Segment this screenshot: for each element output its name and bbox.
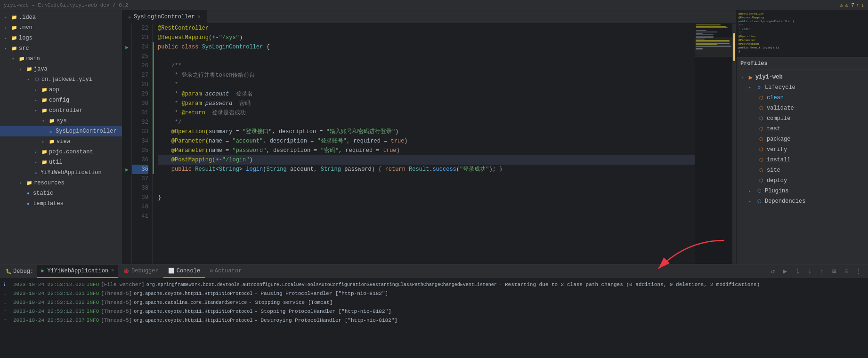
sidebar-item-static[interactable]: ● static [0, 188, 122, 199]
maven-item-clean[interactable]: ⬡ clean [737, 93, 868, 103]
close-icon[interactable]: × [198, 15, 201, 20]
code-text: account [205, 89, 229, 99]
minimap-line [696, 33, 703, 34]
debug-app-tab[interactable]: ▶ YiYiWebApplication × [37, 265, 118, 278]
sidebar-item-label: config [49, 97, 69, 103]
maven-item-install[interactable]: ⬡ install [737, 155, 868, 165]
maven-item-label: verify [767, 146, 787, 153]
plugins-label: Plugins [765, 188, 788, 194]
maven-dependencies-header[interactable]: ⬡ Dependencies [737, 196, 868, 207]
sidebar-item-main[interactable]: 📁 main [0, 54, 122, 64]
sidebar-item-aop[interactable]: 📁 aop [0, 85, 122, 95]
maven-lifecycle-header[interactable]: ⚙ Lifecycle [737, 82, 868, 93]
evaluate-btn[interactable]: ≡ [841, 266, 852, 277]
maven-item-package[interactable]: ⬡ package [737, 134, 868, 144]
annotation-text: @Parameter( [158, 136, 209, 146]
maven-item-verify[interactable]: ⬡ verify [737, 144, 868, 155]
code-line-37: public Result<String> login(String accou… [158, 165, 695, 174]
chevron-icon [32, 148, 40, 156]
down-arrow-btn[interactable]: ↓ [861, 2, 864, 8]
sidebar-item-controller[interactable]: 📁 controller [0, 105, 122, 116]
maven-item-compile[interactable]: ⬡ compile [737, 113, 868, 124]
sidebar-item-view[interactable]: 📁 view [0, 136, 122, 147]
resume-btn[interactable]: ▶ [779, 266, 791, 277]
up-arrow-btn[interactable]: ↑ [856, 2, 860, 8]
code-line-39 [158, 183, 695, 193]
code-text: = [222, 146, 233, 155]
sidebar-item-cnjackwei[interactable]: ⬡ cn.jackwei.yiyi [0, 74, 122, 85]
step-into-btn[interactable]: ↓ [804, 266, 815, 277]
folder-icon: 📁 [25, 179, 33, 187]
maven-item-validate[interactable]: ⬡ validate [737, 103, 868, 113]
maven-project-header[interactable]: ▶ yiyi-web [737, 72, 868, 82]
sidebar-item-src[interactable]: 📁 src [0, 43, 122, 54]
preview-content: @RestController @RequestMapping public c… [737, 10, 868, 57]
maven-item-label: site [767, 167, 780, 174]
code-editor[interactable]: @RestController @RequestMapping(☀-"/sys"… [154, 24, 695, 264]
annotation-text: @RestController [158, 24, 209, 33]
code-line-27: * 登录之行并将token传给前台 [158, 71, 695, 80]
maven-plugins-header[interactable]: ⬡ Plugins [737, 186, 868, 196]
sidebar-item-sys[interactable]: 📁 sys [0, 116, 122, 126]
sidebar-item-resources[interactable]: 📁 resources [0, 178, 122, 188]
run-to-cursor-btn[interactable]: ⊞ [828, 266, 840, 277]
code-text: ) [249, 155, 252, 165]
scroll-thumb[interactable] [733, 33, 735, 61]
java-file-icon: ☕ [32, 169, 40, 176]
sidebar-item-yiyiwebapp[interactable]: ☕ YiYiWebApplication [0, 167, 122, 178]
tab-actuator[interactable]: ⚙ Actuator [205, 265, 246, 278]
code-line-28: * [158, 80, 695, 89]
step-out-btn[interactable]: ↑ [816, 266, 827, 277]
maven-goal-icon: ⬡ [757, 146, 765, 153]
maven-project-icon: ▶ [747, 73, 754, 81]
sidebar-item-label: static [33, 190, 53, 197]
sidebar-item-idea[interactable]: 📁 .idea [0, 12, 122, 23]
chevron-icon [746, 84, 754, 91]
log-class: org.apache.coyote.http11.Http11NioProtoc… [134, 289, 252, 298]
folder-icon: 📁 [10, 14, 18, 21]
maven-item-label: compile [767, 115, 790, 122]
log-level: INFO [87, 298, 99, 307]
sidebar-item-label: templates [33, 200, 64, 207]
java-icon: ☕ [128, 14, 131, 20]
console-output[interactable]: ℹ ↓ ↓ ↑ ↑ 2023-10-24 22:53:12.020 INFO [… [0, 278, 868, 358]
sidebar-item-util[interactable]: 📁 util [0, 157, 122, 167]
tab-debugger[interactable]: 🐞 Debugger [118, 265, 163, 278]
sidebar-item-logs[interactable]: 📁 logs [0, 33, 122, 43]
console-icon: ⬜ [168, 268, 175, 274]
sidebar-item-templates[interactable]: ● templates [0, 199, 122, 209]
sidebar-item-pojo[interactable]: 📁 pojo.constant [0, 147, 122, 157]
step-over-btn[interactable]: ⤵ [792, 266, 803, 277]
scroll-marker[interactable] [732, 24, 736, 264]
maven-item-deploy[interactable]: ⬡ deploy [737, 175, 868, 186]
close-icon[interactable]: × [111, 268, 114, 273]
sidebar-item-label: view [57, 138, 70, 145]
file-tree-sidebar[interactable]: 📁 .idea 📁 .mvn 📁 logs 📁 src 📁 main [0, 10, 122, 264]
maven-goal-icon: ⬡ [757, 94, 765, 102]
code-line-29: * @param account 登录名 [158, 89, 695, 99]
sidebar-item-label: .idea [19, 14, 36, 21]
tab-console[interactable]: ⬜ Console [163, 265, 205, 278]
maven-item-site[interactable]: ⬡ site [737, 165, 868, 175]
maven-item-test[interactable]: ⬡ test [737, 124, 868, 134]
restart-btn[interactable]: ↺ [767, 266, 779, 277]
chevron-icon [24, 76, 32, 83]
sidebar-item-label: controller [49, 107, 83, 114]
code-area: ▶ ▶ 22 23 24 25 [122, 24, 736, 264]
comment: * [158, 89, 181, 99]
chevron-icon [32, 107, 40, 114]
code-line-24: public class SysLoginController { [158, 42, 695, 52]
warning-badge[interactable]: ⚠ ⚠ 7 ↑ ↓ [840, 2, 864, 8]
sidebar-item-mvn[interactable]: 📁 .mvn [0, 23, 122, 33]
more-btn[interactable]: ⋮ [853, 266, 864, 277]
sidebar-item-config[interactable]: 📁 config [0, 95, 122, 105]
sidebar-item-java[interactable]: 📁 java [0, 64, 122, 74]
editor-tab-syslogincontroller[interactable]: ☕ SysLoginController × [122, 10, 207, 24]
main-area: 📁 .idea 📁 .mvn 📁 logs 📁 src 📁 main [0, 10, 868, 264]
sidebar-item-syslogincontroller[interactable]: ☕ SysLoginController [0, 126, 122, 136]
log-timestamp: 2023-10-24 22:53:12.035 [13, 307, 85, 316]
keyword: class [181, 42, 202, 52]
annotation-text: @RequestMapping( [158, 33, 212, 42]
minimap[interactable] [695, 24, 732, 264]
debug-label: 🐛 Debug: [2, 268, 37, 275]
